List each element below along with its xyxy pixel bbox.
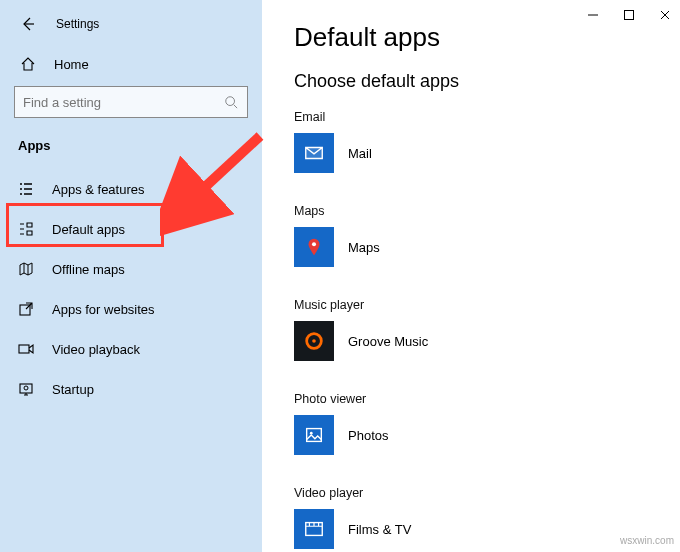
close-button[interactable]: [658, 8, 672, 22]
app-name: Mail: [348, 146, 372, 161]
nav-video-playback[interactable]: Video playback: [0, 329, 262, 369]
search-box[interactable]: [14, 86, 248, 118]
list-icon: [18, 181, 34, 197]
title-bar: Settings: [0, 0, 262, 40]
minimize-icon: [587, 9, 599, 21]
category-label: Maps: [294, 204, 680, 218]
nav-label: Default apps: [52, 222, 125, 237]
app-tile: [294, 415, 334, 455]
category-photo: Photo viewer Photos: [294, 392, 680, 456]
mail-icon: [303, 142, 325, 164]
search-wrap: [0, 80, 262, 128]
nav-label: Apps for websites: [52, 302, 155, 317]
watermark: wsxwin.com: [620, 535, 674, 546]
svg-rect-10: [307, 429, 322, 442]
groove-icon: [303, 330, 325, 352]
section-header: Apps: [0, 128, 262, 159]
back-button[interactable]: [18, 14, 38, 34]
minimize-button[interactable]: [586, 8, 600, 22]
category-label: Email: [294, 110, 680, 124]
video-icon: [18, 341, 34, 357]
home-label: Home: [54, 57, 89, 72]
window-title: Settings: [56, 17, 99, 31]
app-tile: [294, 509, 334, 549]
nav-label: Video playback: [52, 342, 140, 357]
app-tile: [294, 321, 334, 361]
nav-apps-features[interactable]: Apps & features: [0, 169, 262, 209]
category-music: Music player Groove Music: [294, 298, 680, 362]
maximize-icon: [623, 9, 635, 21]
map-icon: [18, 261, 34, 277]
default-app-photo[interactable]: Photos: [294, 414, 624, 456]
default-app-music[interactable]: Groove Music: [294, 320, 624, 362]
search-icon: [223, 94, 239, 110]
svg-point-9: [312, 339, 316, 343]
sidebar: Settings Home Apps Apps & features Defau…: [0, 0, 262, 552]
default-app-video[interactable]: Films & TV: [294, 508, 624, 550]
svg-rect-3: [20, 384, 32, 393]
nav-label: Offline maps: [52, 262, 125, 277]
photos-icon: [303, 424, 325, 446]
category-label: Photo viewer: [294, 392, 680, 406]
svg-point-7: [312, 242, 316, 246]
back-arrow-icon: [20, 16, 36, 32]
window-controls: [586, 8, 672, 22]
app-name: Films & TV: [348, 522, 411, 537]
maximize-button[interactable]: [622, 8, 636, 22]
category-label: Music player: [294, 298, 680, 312]
content-area: Default apps Choose default apps Email M…: [262, 0, 680, 552]
app-name: Maps: [348, 240, 380, 255]
home-icon: [20, 56, 36, 72]
nav-offline-maps[interactable]: Offline maps: [0, 249, 262, 289]
maps-icon: [303, 236, 325, 258]
nav-startup[interactable]: Startup: [0, 369, 262, 409]
defaults-icon: [18, 221, 34, 237]
home-nav[interactable]: Home: [0, 40, 262, 80]
svg-point-4: [24, 386, 28, 390]
startup-icon: [18, 381, 34, 397]
app-tile: [294, 133, 334, 173]
category-email: Email Mail: [294, 110, 680, 174]
category-label: Video player: [294, 486, 680, 500]
default-app-maps[interactable]: Maps: [294, 226, 624, 268]
page-title: Default apps: [294, 22, 680, 53]
nav-default-apps[interactable]: Default apps: [0, 209, 262, 249]
open-icon: [18, 301, 34, 317]
close-icon: [659, 9, 671, 21]
nav-label: Startup: [52, 382, 94, 397]
svg-point-0: [226, 97, 235, 106]
app-name: Photos: [348, 428, 388, 443]
app-name: Groove Music: [348, 334, 428, 349]
nav-label: Apps & features: [52, 182, 145, 197]
nav-apps-websites[interactable]: Apps for websites: [0, 289, 262, 329]
svg-rect-13: [625, 11, 634, 20]
search-input[interactable]: [23, 95, 223, 110]
svg-rect-2: [19, 345, 29, 353]
films-tv-icon: [303, 518, 325, 540]
app-tile: [294, 227, 334, 267]
page-subtitle: Choose default apps: [294, 71, 680, 92]
default-app-email[interactable]: Mail: [294, 132, 624, 174]
category-maps: Maps Maps: [294, 204, 680, 268]
